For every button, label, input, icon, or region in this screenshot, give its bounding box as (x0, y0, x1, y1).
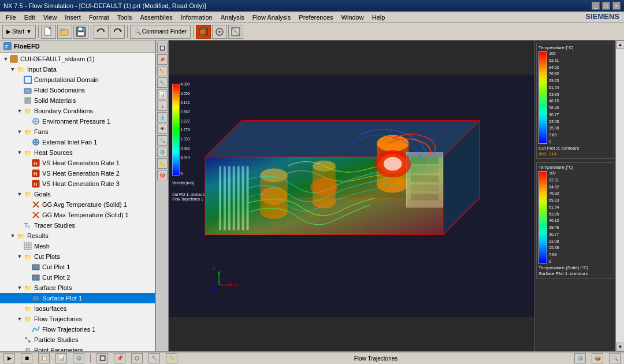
tree-item-cut-plots[interactable]: ▼ 📁 Cut Plots (0, 251, 155, 262)
sidebar-icon12[interactable]: 🎯 (157, 170, 168, 180)
save-button[interactable] (73, 25, 88, 39)
scroll-track (616, 49, 624, 343)
status-text: Flow Trajectories (354, 355, 398, 362)
viewport-scrollbar[interactable]: ▲ ▼ (615, 40, 624, 351)
scroll-up-button[interactable]: ▲ (616, 40, 624, 49)
menu-insert[interactable]: Insert (61, 13, 84, 22)
tree-item-input-data[interactable]: ▼ 📁 Input Data (0, 64, 155, 75)
tree-item-solid-mat[interactable]: Solid Materials (0, 95, 155, 106)
tree-item-surface-plots[interactable]: ▼ 📁 Surface Plots (0, 283, 155, 293)
open-button[interactable] (57, 25, 72, 39)
status-icon3[interactable]: 📋 (38, 353, 50, 363)
cut-plots-icon: 📁 (23, 252, 32, 261)
status-icon6[interactable]: 🔲 (96, 353, 108, 363)
tree-item-env-pressure[interactable]: Environment Pressure 1 (0, 116, 155, 127)
tree-item-cut-plot1[interactable]: Cut Plot 1 (0, 262, 155, 272)
tree-item-fluid-sub[interactable]: Fluid Subdomains (0, 85, 155, 95)
tree-item-ext-fan[interactable]: External Inlet Fan 1 (0, 137, 155, 147)
tree-root[interactable]: ▼ CUI-DEFAULT_sldasm (1) (0, 54, 155, 64)
menu-view[interactable]: View (40, 13, 61, 22)
menu-tools[interactable]: Tools (114, 13, 136, 22)
minimize-button[interactable]: _ (592, 2, 600, 10)
svg-text:Z: Z (205, 292, 208, 298)
menu-assemblies[interactable]: Assemblies (136, 13, 176, 22)
tree-item-point-params[interactable]: Point Parameters (0, 345, 155, 351)
tree-item-mesh[interactable]: Mesh (0, 241, 155, 251)
viewport-area[interactable]: ▲ ▼ (169, 40, 624, 351)
tree-container[interactable]: ▼ CUI-DEFAULT_sldasm (1) ▼ 📁 Input Data (0, 53, 155, 351)
maximize-button[interactable]: □ (602, 2, 610, 10)
open-icon (60, 27, 70, 37)
undo-button[interactable] (94, 25, 109, 39)
menu-edit[interactable]: Edit (21, 13, 39, 22)
menu-preferences[interactable]: Preferences (295, 13, 336, 22)
tree-item-results[interactable]: ▼ 📁 Results (0, 231, 155, 241)
window-controls[interactable]: _ □ × (592, 2, 621, 10)
menu-help[interactable]: Help (369, 13, 389, 22)
tree-item-boundary[interactable]: ▼ 📁 Boundary Conditions (0, 106, 155, 116)
status-icon2[interactable]: ⏹ (21, 353, 32, 363)
status-icon10[interactable]: 📏 (166, 353, 177, 363)
tree-item-tracer[interactable]: T₅ Tracer Studies (0, 220, 155, 231)
status-icon5[interactable]: ⚙️ (73, 353, 84, 363)
sidebar-icon8[interactable]: 👁️ (157, 124, 168, 134)
menu-information[interactable]: Information (177, 13, 216, 22)
tree-item-vs-heat3[interactable]: H VS Heat Generation Rate 3 (0, 179, 155, 189)
legend-temp-title: Temperature [°C] (538, 45, 612, 50)
sidebar-icon3[interactable]: ✏️ (157, 66, 168, 76)
menu-file[interactable]: File (2, 13, 20, 22)
sidebar-icon5[interactable]: 📊 (157, 89, 168, 99)
tree-item-fans[interactable]: ▼ 📁 Fans (0, 127, 155, 137)
status-right-icon2[interactable]: 📦 (592, 353, 603, 363)
menu-format[interactable]: Format (86, 13, 113, 22)
svg-text:Flow Trajectories 1: Flow Trajectories 1 (172, 197, 203, 202)
boundary-folder-icon: 📁 (23, 106, 32, 116)
sidebar-icon10[interactable]: ⚙️ (157, 147, 168, 157)
close-button[interactable]: × (612, 2, 621, 10)
menu-flow-analysis[interactable]: Flow Analysis (249, 13, 295, 22)
tree-item-surface-plot1[interactable]: Surface Plot 1 (0, 293, 155, 303)
status-icon9[interactable]: 🔧 (148, 353, 160, 363)
surface-plot1-icon (31, 294, 40, 303)
sidebar-icon2[interactable]: 📌 (157, 54, 168, 65)
tree-item-particle[interactable]: Particle Studies (0, 335, 155, 345)
sidebar-icon7[interactable]: 💧 (157, 112, 168, 122)
tree-item-vs-heat2[interactable]: H VS Heat Generation Rate 2 (0, 168, 155, 179)
status-right-icon1[interactable]: ⚙️ (574, 353, 586, 363)
status-icon8[interactable]: ⬡ (131, 353, 143, 363)
menu-analysis[interactable]: Analysis (217, 13, 248, 22)
sidebar-icon1[interactable]: 🔲 (157, 43, 168, 53)
start-button[interactable]: ▶ Start ▼ (2, 25, 36, 39)
tree-item-gg-avg[interactable]: GG Avg Temperature (Solid) 1 (0, 199, 155, 210)
svg-rect-37 (24, 243, 31, 250)
tree-item-isosurfaces[interactable]: 📁 Isosurfaces (0, 303, 155, 314)
tree-item-vs-heat1[interactable]: H VS Heat Generation Rate 1 (0, 158, 155, 168)
status-icon4[interactable]: 📊 (55, 353, 67, 363)
menu-window[interactable]: Window (338, 13, 367, 22)
status-right-icon3[interactable]: 🔍 (609, 353, 621, 363)
svg-point-87 (310, 177, 337, 196)
sidebar-icon9[interactable]: 🔍 (157, 135, 168, 146)
wire-button[interactable] (228, 25, 243, 39)
tree-item-heat-src[interactable]: ▼ 📁 Heat Sources (0, 147, 155, 158)
tree-item-comp-domain[interactable]: Computational Domain (0, 75, 155, 85)
sidebar-icon11[interactable]: 📐 (157, 158, 168, 169)
sidebar-icon4[interactable]: 🔧 (157, 77, 168, 88)
tree-item-gg-max[interactable]: GG Max Temperature (Solid) 1 (0, 210, 155, 220)
view3d-button[interactable] (196, 25, 211, 39)
wireframe-icon (231, 27, 241, 37)
scroll-down-button[interactable]: ▼ (616, 343, 624, 351)
tree-item-flow-traj[interactable]: ▼ 📁 Flow Trajectories (0, 314, 155, 324)
command-finder-button[interactable]: 🔍 Command Finder (130, 25, 191, 39)
simulation-viewport[interactable]: X Y Z 4.000 3.556 3.111 (169, 40, 534, 351)
menubar: SIEMENS File Edit View Insert Format Too… (0, 12, 624, 23)
rotate-button[interactable] (212, 25, 227, 39)
tree-item-cut-plot2[interactable]: Cut Plot 2 (0, 272, 155, 283)
new-button[interactable] (41, 25, 56, 39)
status-icon1[interactable]: ▶ (3, 353, 15, 363)
sidebar-icon6[interactable]: 🌡️ (157, 101, 168, 111)
tree-item-flow-traj1[interactable]: Flow Trajectories 1 (0, 324, 155, 335)
redo-button[interactable] (110, 25, 125, 39)
status-icon7[interactable]: 📌 (114, 353, 125, 363)
tree-item-goals[interactable]: ▼ 📁 Goals (0, 189, 155, 199)
